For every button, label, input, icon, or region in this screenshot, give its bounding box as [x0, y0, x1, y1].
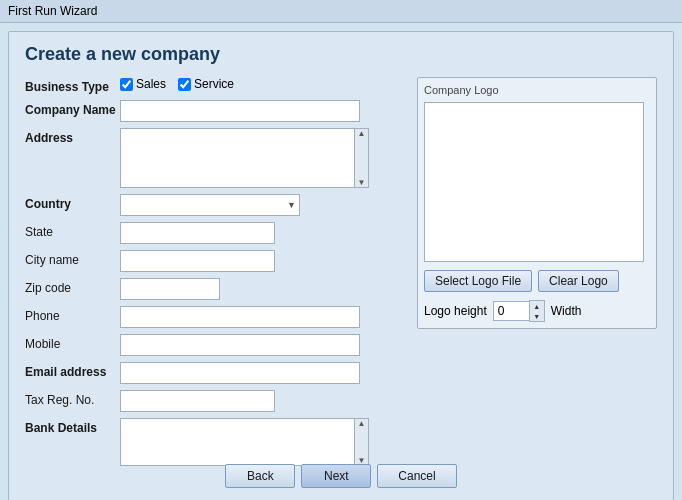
bottom-nav: Back Next Cancel: [0, 464, 682, 488]
company-name-input[interactable]: [120, 100, 360, 122]
tax-input[interactable]: [120, 390, 275, 412]
state-label: State: [25, 222, 120, 239]
back-button[interactable]: Back: [225, 464, 295, 488]
window-title: First Run Wizard: [8, 4, 97, 18]
country-label: Country: [25, 194, 120, 211]
clear-logo-label: Clear Logo: [549, 274, 608, 288]
mobile-label: Mobile: [25, 334, 120, 351]
phone-row: Phone: [25, 306, 401, 328]
zip-label: Zip code: [25, 278, 120, 295]
city-input[interactable]: [120, 250, 275, 272]
logo-width-label: Width: [551, 304, 582, 318]
height-spinner-buttons: ▲ ▼: [529, 300, 545, 322]
business-type-label: Business Type: [25, 77, 120, 94]
sales-checkbox-label[interactable]: Sales: [120, 77, 166, 91]
business-type-row: Business Type Sales Service: [25, 77, 401, 94]
scroll-up-icon[interactable]: ▲: [358, 129, 366, 138]
state-row: State: [25, 222, 401, 244]
next-button[interactable]: Next: [301, 464, 371, 488]
service-checkbox-label[interactable]: Service: [178, 77, 234, 91]
company-name-label: Company Name: [25, 100, 120, 117]
city-row: City name: [25, 250, 401, 272]
bank-scrollbar[interactable]: ▲ ▼: [355, 418, 369, 466]
scroll-down-icon[interactable]: ▼: [358, 178, 366, 187]
back-label: Back: [247, 469, 274, 483]
clear-logo-button[interactable]: Clear Logo: [538, 270, 619, 292]
zip-row: Zip code: [25, 278, 401, 300]
country-select-wrapper: ▼: [120, 194, 300, 216]
service-label: Service: [194, 77, 234, 91]
business-type-checkboxes: Sales Service: [120, 77, 234, 91]
logo-panel-title: Company Logo: [424, 84, 650, 96]
email-input[interactable]: [120, 362, 360, 384]
email-label: Email address: [25, 362, 120, 379]
page-title: Create a new company: [25, 44, 657, 65]
select-logo-label: Select Logo File: [435, 274, 521, 288]
tax-row: Tax Reg. No.: [25, 390, 401, 412]
sales-label: Sales: [136, 77, 166, 91]
logo-height-label: Logo height: [424, 304, 487, 318]
height-spinner: ▲ ▼: [493, 300, 545, 322]
address-row: Address ▲ ▼: [25, 128, 401, 188]
address-input[interactable]: [120, 128, 355, 188]
service-checkbox[interactable]: [178, 78, 191, 91]
bank-wrapper: ▲ ▼: [120, 418, 369, 466]
left-panel: Business Type Sales Service Company Name: [25, 77, 401, 472]
bank-label: Bank Details: [25, 418, 120, 435]
city-label: City name: [25, 250, 120, 267]
cancel-button[interactable]: Cancel: [377, 464, 456, 488]
sales-checkbox[interactable]: [120, 78, 133, 91]
mobile-input[interactable]: [120, 334, 360, 356]
address-wrapper: ▲ ▼: [120, 128, 369, 188]
bank-row: Bank Details ▲ ▼: [25, 418, 401, 466]
cancel-label: Cancel: [398, 469, 435, 483]
address-scrollbar[interactable]: ▲ ▼: [355, 128, 369, 188]
logo-buttons: Select Logo File Clear Logo: [424, 270, 650, 292]
content-area: Business Type Sales Service Company Name: [25, 77, 657, 472]
mobile-row: Mobile: [25, 334, 401, 356]
country-select[interactable]: [120, 194, 300, 216]
logo-dimensions: Logo height ▲ ▼ Width: [424, 300, 650, 322]
title-bar: First Run Wizard: [0, 0, 682, 23]
logo-height-input[interactable]: [493, 301, 529, 321]
right-panel: Company Logo Select Logo File Clear Logo…: [417, 77, 657, 472]
phone-label: Phone: [25, 306, 120, 323]
bank-input[interactable]: [120, 418, 355, 466]
company-name-row: Company Name: [25, 100, 401, 122]
select-logo-button[interactable]: Select Logo File: [424, 270, 532, 292]
country-row: Country ▼: [25, 194, 401, 216]
height-decrement-button[interactable]: ▼: [530, 311, 544, 321]
bank-scroll-up-icon[interactable]: ▲: [358, 419, 366, 428]
height-increment-button[interactable]: ▲: [530, 301, 544, 311]
email-row: Email address: [25, 362, 401, 384]
next-label: Next: [324, 469, 349, 483]
address-label: Address: [25, 128, 120, 145]
zip-input[interactable]: [120, 278, 220, 300]
tax-label: Tax Reg. No.: [25, 390, 120, 407]
phone-input[interactable]: [120, 306, 360, 328]
main-container: Create a new company Business Type Sales…: [8, 31, 674, 500]
state-input[interactable]: [120, 222, 275, 244]
logo-preview-area: [424, 102, 644, 262]
logo-panel: Company Logo Select Logo File Clear Logo…: [417, 77, 657, 329]
